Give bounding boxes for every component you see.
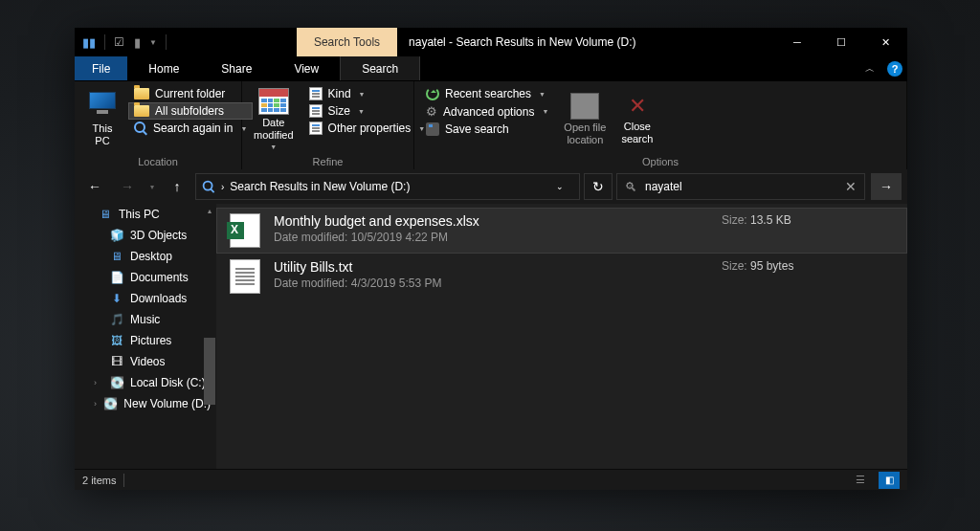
all-subfolders-button[interactable]: All subfolders bbox=[128, 102, 253, 120]
titlebar: ▮▮ ☑ ▮ ▼ Search Tools nayatel - Search R… bbox=[75, 28, 907, 56]
history-dropdown[interactable]: ▾ bbox=[145, 173, 159, 200]
other-properties-label: Other properties bbox=[328, 122, 412, 135]
ribbon-group-refine: Date modified▼ Kind ▼ Size ▼ bbox=[242, 81, 414, 169]
separator bbox=[123, 474, 124, 487]
tree-root-this-pc[interactable]: 🖥 This PC bbox=[75, 204, 216, 225]
tree-item-pictures[interactable]: 🖼Pictures bbox=[75, 330, 216, 351]
doc-icon: 📄 bbox=[109, 271, 124, 284]
address-dropdown-icon[interactable]: ⌄ bbox=[546, 174, 573, 199]
properties-qat-icon[interactable]: ☑ bbox=[114, 35, 124, 49]
other-properties-button[interactable]: Other properties ▼ bbox=[303, 120, 432, 137]
monitor-icon bbox=[86, 92, 119, 121]
menu-tabs: File Home Share View Search ︿ ? bbox=[75, 56, 907, 81]
file-name: Utility Bills.txt bbox=[274, 259, 708, 275]
tab-home[interactable]: Home bbox=[127, 56, 200, 80]
window-title: nayatel - Search Results in New Volume (… bbox=[397, 28, 775, 56]
clear-search-icon[interactable]: ✕ bbox=[845, 179, 857, 194]
search-icon: 🔍︎ bbox=[625, 180, 637, 194]
forward-button[interactable]: → bbox=[113, 173, 142, 200]
date-modified-label: Date modified bbox=[254, 117, 294, 142]
kind-button[interactable]: Kind ▼ bbox=[303, 85, 432, 102]
tree-item-label: Local Disk (C:) bbox=[130, 376, 206, 389]
monitor-icon: 🖥 bbox=[98, 208, 113, 221]
file-name: Monthly budget and expenses.xlsx bbox=[274, 213, 708, 229]
help-button[interactable]: ? bbox=[882, 56, 907, 80]
tree-item-3d-objects[interactable]: 🧊3D Objects bbox=[75, 225, 216, 246]
advanced-options-button[interactable]: ⚙ Advanced options ▼ bbox=[420, 102, 554, 121]
cube-icon: 🧊 bbox=[109, 229, 124, 242]
size-button[interactable]: Size ▼ bbox=[303, 102, 432, 120]
date-modified-button[interactable]: Date modified▼ bbox=[248, 85, 300, 154]
search-input[interactable] bbox=[645, 180, 837, 193]
download-icon: ⬇ bbox=[109, 292, 124, 305]
tree-item-videos[interactable]: 🎞Videos bbox=[75, 351, 216, 372]
tree-item-new-volume-d-[interactable]: ›💽New Volume (D:) bbox=[75, 393, 216, 414]
scroll-thumb[interactable] bbox=[204, 338, 215, 405]
file-info: Utility Bills.txt Date modified: 4/3/201… bbox=[274, 259, 708, 290]
tree-item-label: Pictures bbox=[130, 334, 171, 347]
search-go-button[interactable]: → bbox=[871, 173, 902, 200]
back-button[interactable]: ← bbox=[80, 173, 109, 200]
chevron-down-icon: ▼ bbox=[270, 144, 277, 151]
tree-scrollbar[interactable]: ▴ bbox=[203, 204, 216, 469]
file-menu[interactable]: File bbox=[75, 56, 127, 80]
tree-item-label: Videos bbox=[130, 355, 165, 368]
details-view-button[interactable]: ☰ bbox=[850, 472, 871, 489]
disk-icon: 💽 bbox=[103, 397, 118, 410]
tree-item-downloads[interactable]: ⬇Downloads bbox=[75, 288, 216, 309]
open-file-location-button[interactable]: Open file location bbox=[558, 85, 612, 154]
tab-view[interactable]: View bbox=[273, 56, 340, 80]
folder-icon bbox=[134, 105, 149, 117]
tree-item-local-disk-c-[interactable]: ›💽Local Disk (C:) bbox=[75, 372, 216, 393]
calendar-icon bbox=[258, 88, 289, 115]
tree-item-desktop[interactable]: 🖥Desktop bbox=[75, 246, 216, 267]
separator bbox=[166, 34, 167, 50]
this-pc-button[interactable]: This PC bbox=[80, 85, 124, 154]
ribbon-group-location: This PC Current folder All subfolders Se… bbox=[75, 81, 242, 169]
tree-item-documents[interactable]: 📄Documents bbox=[75, 267, 216, 288]
kind-label: Kind bbox=[328, 87, 351, 100]
open-file-location-label: Open file location bbox=[564, 122, 606, 146]
recent-searches-button[interactable]: Recent searches ▼ bbox=[420, 85, 554, 102]
tree-item-music[interactable]: 🎵Music bbox=[75, 309, 216, 330]
close-icon: ✕ bbox=[629, 94, 646, 119]
recent-icon bbox=[426, 87, 439, 100]
videos-icon: 🎞 bbox=[109, 355, 124, 368]
result-row[interactable]: Monthly budget and expenses.xlsx Date mo… bbox=[216, 208, 907, 254]
search-again-button[interactable]: Search again in ▼ bbox=[128, 120, 253, 137]
gear-icon: ⚙ bbox=[426, 104, 437, 119]
file-location-icon bbox=[570, 93, 599, 120]
tree-item-label: Music bbox=[130, 313, 160, 326]
context-tab-search-tools[interactable]: Search Tools bbox=[297, 28, 397, 56]
collapse-ribbon-icon[interactable]: ︿ bbox=[858, 56, 882, 80]
new-folder-qat-icon[interactable]: ▮ bbox=[130, 35, 144, 49]
content-area: 🖥 This PC 🧊3D Objects🖥Desktop📄Documents⬇… bbox=[75, 204, 907, 469]
advanced-options-label: Advanced options bbox=[443, 105, 534, 119]
tab-search[interactable]: Search bbox=[340, 56, 420, 80]
maximize-button[interactable]: ☐ bbox=[819, 28, 863, 56]
save-search-button[interactable]: Save search bbox=[420, 121, 554, 138]
folder-icon bbox=[134, 88, 149, 100]
close-search-button[interactable]: ✕ Close search bbox=[615, 85, 658, 154]
file-size: Size: 95 bytes bbox=[722, 259, 894, 273]
up-button[interactable]: ↑ bbox=[163, 173, 191, 200]
explorer-icon: ▮▮ bbox=[82, 35, 96, 49]
current-folder-button[interactable]: Current folder bbox=[128, 85, 253, 102]
search-location-icon bbox=[203, 181, 215, 193]
result-row[interactable]: Utility Bills.txt Date modified: 4/3/201… bbox=[216, 254, 907, 299]
qat-dropdown-icon[interactable]: ▼ bbox=[149, 38, 157, 47]
tab-share[interactable]: Share bbox=[200, 56, 273, 80]
tree-chevron: › bbox=[94, 378, 103, 387]
scroll-up-icon[interactable]: ▴ bbox=[203, 204, 216, 217]
minimize-button[interactable]: ─ bbox=[775, 28, 819, 56]
navigation-tree: 🖥 This PC 🧊3D Objects🖥Desktop📄Documents⬇… bbox=[75, 204, 216, 469]
tree-item-label: 3D Objects bbox=[130, 229, 187, 242]
address-bar[interactable]: › Search Results in New Volume (D:) ⌄ bbox=[195, 173, 580, 200]
search-box[interactable]: 🔍︎ ✕ bbox=[616, 173, 865, 200]
refresh-button[interactable]: ↻ bbox=[584, 173, 612, 200]
close-button[interactable]: ✕ bbox=[863, 28, 907, 56]
this-pc-label: This PC bbox=[93, 122, 113, 147]
breadcrumb-text: Search Results in New Volume (D:) bbox=[230, 180, 410, 193]
search-again-label: Search again in bbox=[153, 122, 233, 135]
large-icons-view-button[interactable]: ◧ bbox=[879, 472, 900, 489]
